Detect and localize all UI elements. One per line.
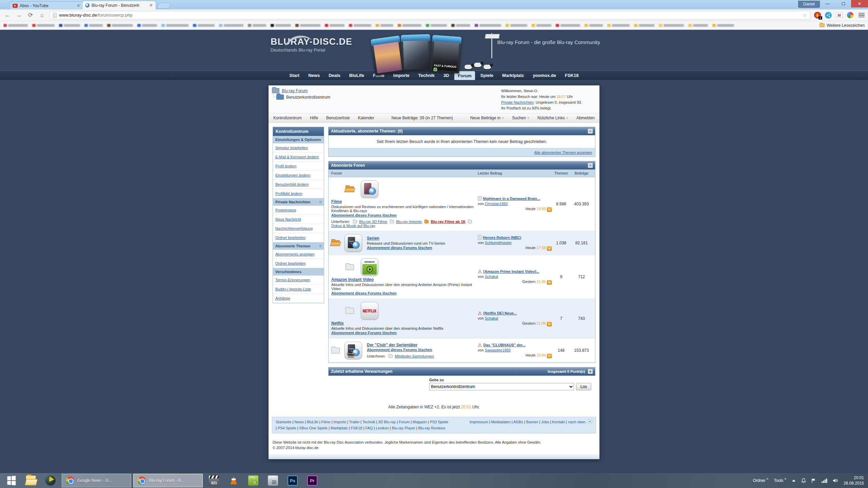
bookmark-item[interactable] [84,24,103,27]
sidebar-link-nachrichtenverfolgung[interactable]: Nachrichtenverfolgung [275,226,313,230]
nav-item-deals[interactable]: Deals [325,71,344,80]
bookmark-item[interactable] [349,24,371,27]
photoshop-button[interactable]: Ps [284,474,301,487]
taskbar-window-button[interactable]: Google News - G... [62,474,131,487]
sidebar-link-einstellungen-ndern[interactable]: Einstellungen ändern [275,173,310,177]
unsubscribe-forum-link[interactable]: Abonnement dieses Forums löschen [367,348,432,352]
bookmark-item[interactable] [607,24,630,27]
subforum-link[interactable]: Blu-ray Importe [396,220,421,224]
sidebar-link-termin-erinnerungen[interactable]: Termin-Erinnerungen [275,278,310,282]
bookmark-item[interactable] [659,24,684,27]
share-extension-icon[interactable] [825,12,832,19]
unsubscribe-forum-link[interactable]: Abonnement dieses Forums löschen [331,331,397,335]
notifications-bell-icon[interactable] [801,478,806,483]
ordner-toolbar[interactable]: Ordner» [753,478,768,483]
last-post-user-link[interactable]: Sawasdee1983 [485,348,511,352]
nav-item-news[interactable]: News [305,71,323,80]
sidebar-link-signatur-bearbeiten[interactable]: Signatur bearbeiten [275,146,308,150]
footer-link-3d-blu-ray[interactable]: 3D Blu-ray [378,420,396,424]
breadcrumb-root-link[interactable]: Blu-ray Forum [282,88,308,93]
gmail-extension-icon[interactable]: M [835,12,843,19]
more-bookmarks-button[interactable]: Weitere Lesezeichen [820,23,865,28]
file-explorer-button[interactable] [22,474,39,487]
goto-los-button[interactable]: Los [576,383,591,390]
sidebar-group-private-nachrichten[interactable]: Private Nachrichten▽ [273,198,324,206]
last-post-title-link[interactable]: [Netflix DE] Neue... [484,311,517,315]
footer-link-xbox-one-spiele[interactable]: XBox One Spiele [299,426,328,430]
footer-link-trailer[interactable]: Trailer [349,420,360,424]
sidebar-link-buddy-ignorier-liste[interactable]: Buddy-/ Ignorier-Liste [275,287,311,291]
last-post-user-link[interactable]: Schlumpfmaster [485,241,512,245]
goto-last-post-button[interactable]: » [547,246,552,251]
browser-profile-button[interactable]: Daniel [798,1,820,8]
subforum-link[interactable]: Blu-ray Filme ab 18 [431,220,465,224]
footer-link-news[interactable]: News [294,420,304,424]
footer-link-marktplatz[interactable]: Marktplatz [331,426,348,430]
subforum-link[interactable]: Blu-ray 3D Filme [359,220,387,224]
footer-link-mediadaten[interactable]: Mediadaten [491,420,511,424]
bookmark-item[interactable] [475,24,501,27]
sidebar-link-ordner-bearbeiten[interactable]: Ordner bearbeiten [275,261,305,265]
goto-last-post-button[interactable]: » [547,322,552,326]
taskbar-clock[interactable]: 20:01 26.08.2015 [844,475,864,486]
mpc-button[interactable]: 321 [205,474,222,487]
footer-link-magazin[interactable]: Magazin [413,420,427,424]
window-restore-button[interactable] [835,0,851,7]
nav-item-start[interactable]: Start [286,71,303,80]
bookmark-item[interactable] [398,24,421,27]
footer-link-importe[interactable]: Importe [333,420,346,424]
forum-toolbar-hilfe[interactable]: Hilfe [310,116,318,120]
nav-item-fsk18[interactable]: FSK18 [561,71,582,80]
browser-tab[interactable]: Abos - YouTube✕ [9,1,83,9]
unsubscribe-forum-link[interactable]: Abonnement dieses Forums löschen [331,291,397,295]
forum-toolbar-n-tzliche-links[interactable]: Nützliche Links▽ [537,116,568,120]
footer-link-blu-ray-reviews[interactable]: Blu-ray Reviews [418,426,445,430]
footer-link-fsk18[interactable]: FSK18 [351,426,362,430]
footer-link-kontakt[interactable]: Kontakt [552,420,565,424]
bookmark-item[interactable] [712,24,734,27]
forum-toolbar-kalender[interactable]: Kalender [358,116,374,120]
nav-item-blulife[interactable]: BluLife [346,71,368,80]
browser-menu-button[interactable] [859,13,865,18]
chrome-app-extension-icon[interactable] [846,12,854,19]
tab-close-icon[interactable]: ✕ [149,4,153,7]
nav-item-marktplatz[interactable]: Marktplatz [499,71,527,80]
footer-link-agbs[interactable]: AGBs [513,420,523,424]
footer-link-jobs[interactable]: Jobs [541,420,549,424]
collapse-panel-button[interactable]: − [588,129,593,134]
premiere-button[interactable]: Pr [304,474,321,487]
forum-link[interactable]: Der "Club" der Serientäter [367,343,417,347]
last-post-title-link[interactable]: [Amazon Prime Instant Video]... [484,269,539,273]
bookmark-item[interactable] [59,24,80,27]
footer-link-impressum[interactable]: Impressum [470,420,488,424]
action-center-flag-icon[interactable] [811,478,816,483]
new-tab-button[interactable] [157,3,172,8]
forum-toolbar-neue-beitr-ge-39-in-27-themen-[interactable]: Neue Beiträge: 39 (in 27 Themen) [391,116,453,120]
bookmark-item[interactable] [107,24,133,27]
bookmark-item[interactable] [325,24,344,27]
nav-item-yoomox-de[interactable]: yoomox.de [529,71,559,80]
sidebar-link-ordner-bearbeiten[interactable]: Ordner bearbeiten [275,236,305,240]
scroll-top-icon[interactable] [588,419,592,424]
forum-toolbar-kontrollzentrum[interactable]: Kontrollzentrum [273,116,302,120]
subforum-link[interactable]: Dokus & Musik auf Blu-ray [331,224,375,228]
nav-item-spiele[interactable]: Spiele [477,71,497,80]
collapse-panel-button[interactable]: − [588,163,593,168]
forum-toolbar-abmelden[interactable]: Abmelden [576,116,595,120]
last-post-title-link[interactable]: Das "CLUBHAUS" der... [484,343,526,347]
bookmark-item[interactable] [688,24,708,27]
unsubscribe-forum-link[interactable]: Abonnement dieses Forums löschen [331,213,397,217]
last-post-user-link[interactable]: Christian1982 [485,202,508,206]
footer-link-filme[interactable]: Filme [321,420,331,424]
nav-item-technik[interactable]: Technik [415,71,438,80]
forum-link[interactable]: Filme [331,199,342,204]
subforum-link[interactable]: Mitglieder-Sammlungen [395,354,434,358]
tools-toolbar[interactable]: Tools» [774,478,786,483]
forum-toolbar-neue-beitr-ge-in[interactable]: Neue Beiträge in▽ [470,116,504,120]
reload-button[interactable]: ⟳ [26,12,35,19]
bookmark-item[interactable] [556,24,580,27]
private-messages-link[interactable]: Private Nachrichten [501,100,534,104]
sidebar-link-anh-nge[interactable]: Anhänge [275,296,290,300]
openoffice-writer-button[interactable] [264,474,281,487]
bookmark-item[interactable] [426,24,447,27]
